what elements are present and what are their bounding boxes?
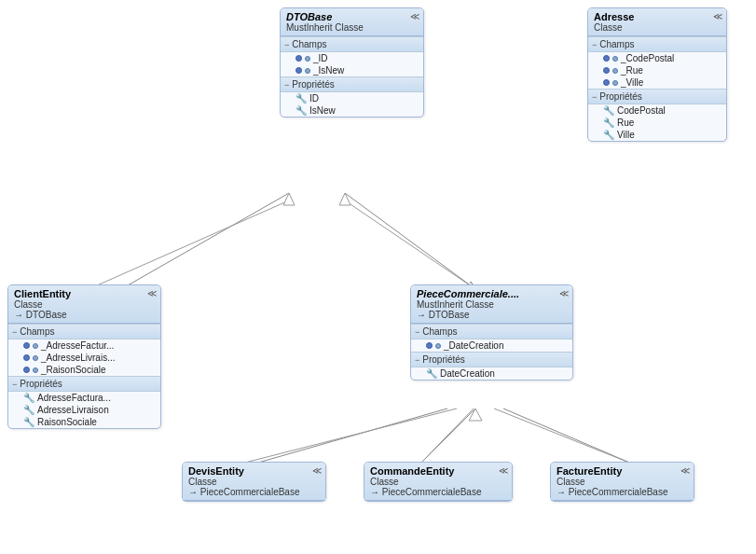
wrench-icon-isnew: 🔧	[296, 105, 307, 116]
wrench-icon-adresse-rue: 🔧	[603, 118, 614, 128]
field-circle-small-id	[305, 56, 310, 62]
piececommerciale-prop-datecreation: 🔧 DateCreation	[411, 367, 572, 380]
dtobase-expand-icon[interactable]: ≪	[410, 11, 419, 21]
cliententity-type: Classe	[14, 299, 142, 310]
devisentity-expand-icon[interactable]: ≪	[312, 465, 322, 476]
wrench-icon-id: 🔧	[296, 93, 307, 104]
dtobase-field-id: _ID	[281, 52, 423, 64]
field-circle-id	[296, 55, 302, 62]
field-circle-cp	[603, 55, 610, 62]
cliententity-props-section: − Propriétés 🔧 AdresseFactura... 🔧 Adres…	[8, 376, 160, 428]
class-dtobase: DTOBase MustInherit Classe ≪ − Champs _I…	[280, 7, 424, 118]
piececommerciale-props-section: − Propriétés 🔧 DateCreation	[411, 352, 572, 380]
field-circle-ville	[603, 79, 610, 86]
piececommerciale-field-dc-label: _DateCreation	[444, 340, 503, 351]
piececommerciale-name: PieceCommerciale....	[417, 288, 554, 299]
piececommerciale-props-header: − Propriétés	[411, 353, 572, 367]
adresse-field-ville: _Ville	[588, 76, 726, 89]
adresse-field-ville-label: _Ville	[621, 77, 643, 88]
adresse-fields-header: − Champs	[588, 37, 726, 52]
piececommerciale-prop-dc-label: DateCreation	[440, 368, 495, 379]
dtobase-props-label: Propriétés	[292, 79, 335, 90]
cliententity-name: ClientEntity	[14, 288, 142, 299]
dtobase-fields-label: Champs	[292, 39, 326, 49]
cliententity-field-af-label: _AdresseFactur...	[41, 340, 114, 351]
piececommerciale-props-toggle[interactable]: −	[415, 355, 419, 365]
adresse-expand-icon[interactable]: ≪	[713, 11, 722, 21]
cliententity-prop-al: 🔧 AdresseLivraison	[8, 404, 160, 416]
field-circle-small-isnew	[305, 68, 310, 74]
class-cliententity: ClientEntity Classe → DTOBase ≪ − Champs…	[7, 284, 161, 429]
commandeentity-header: CommandeEntity Classe → PieceCommerciale…	[364, 463, 512, 501]
cliententity-prop-af-label: AdresseFactura...	[37, 393, 111, 403]
wrench-ce-af: 🔧	[23, 393, 34, 403]
devisentity-parent: → PieceCommercialeBase	[188, 487, 307, 497]
dtobase-name: DTOBase	[286, 11, 405, 22]
cliententity-prop-af: 🔧 AdresseFactura...	[8, 392, 160, 404]
class-factureentity: FactureEntity Classe → PieceCommercialeB…	[550, 462, 694, 502]
dtobase-props-header: − Propriétés	[281, 77, 423, 92]
field-circle-rue	[603, 67, 610, 74]
dtobase-prop-id-label: ID	[309, 93, 319, 104]
cliententity-parent: → DTOBase	[14, 310, 142, 320]
dtobase-type: MustInherit Classe	[286, 22, 405, 33]
wrench-pc-dc: 🔧	[426, 368, 437, 379]
devisentity-name: DevisEntity	[188, 465, 307, 477]
cliententity-prop-rs-label: RaisonSociale	[37, 417, 97, 427]
adresse-props-toggle[interactable]: −	[592, 92, 597, 102]
adresse-header: Adresse Classe ≪	[588, 8, 726, 36]
commandeentity-expand-icon[interactable]: ≪	[499, 465, 508, 476]
fc3	[23, 367, 30, 373]
dtobase-fields-toggle[interactable]: −	[284, 40, 289, 49]
cliententity-props-header: − Propriétés	[8, 377, 160, 392]
svg-line-1	[121, 193, 289, 289]
fc1s	[33, 343, 38, 349]
dtobase-fields-header: − Champs	[281, 37, 423, 52]
cliententity-props-toggle[interactable]: −	[12, 380, 17, 389]
dtobase-props-section: − Propriétés 🔧 ID 🔧 IsNew	[281, 76, 423, 117]
cliententity-fields-toggle[interactable]: −	[12, 327, 17, 337]
cliententity-field-raison: _RaisonSociale	[8, 364, 160, 376]
dtobase-prop-isnew-label: IsNew	[309, 105, 336, 116]
commandeentity-parent: → PieceCommercialeBase	[370, 487, 493, 497]
piececommerciale-fields-toggle[interactable]: −	[415, 327, 419, 337]
adresse-props-section: − Propriétés 🔧 CodePostal 🔧 Rue 🔧 Ville	[588, 89, 726, 141]
svg-marker-7	[469, 409, 482, 421]
factureentity-parent: → PieceCommercialeBase	[557, 487, 675, 497]
class-commandeentity: CommandeEntity Classe → PieceCommerciale…	[364, 462, 513, 502]
svg-line-2	[252, 409, 447, 464]
adresse-prop-rue: 🔧 Rue	[588, 117, 726, 129]
cliententity-expand-icon[interactable]: ≪	[147, 288, 157, 298]
fc3s	[33, 367, 38, 373]
dtobase-props-toggle[interactable]: −	[284, 80, 289, 90]
piececommerciale-fields-label: Champs	[422, 326, 457, 337]
dtobase-fields-section: − Champs _ID _IsNew	[281, 36, 423, 76]
wrench-icon-adresse-cp: 🔧	[603, 105, 614, 116]
cliententity-field-al-label: _AdresseLivrais...	[41, 353, 115, 363]
svg-marker-5	[339, 193, 351, 205]
adresse-props-header: − Propriétés	[588, 90, 726, 104]
field-circle-small-ville	[612, 80, 618, 86]
adresse-name: Adresse	[594, 11, 708, 22]
piececommerciale-expand-icon[interactable]: ≪	[559, 288, 569, 298]
cliententity-field-adresslivr: _AdresseLivrais...	[8, 352, 160, 364]
adresse-prop-codepostal: 🔧 CodePostal	[588, 104, 726, 117]
adresse-fields-toggle[interactable]: −	[592, 40, 597, 49]
class-devisentity: DevisEntity Classe → PieceCommercialeBas…	[182, 462, 326, 502]
dtobase-prop-id: 🔧 ID	[281, 92, 423, 104]
piececommerciale-type: MustInherit Classe	[417, 299, 554, 310]
adresse-prop-cp-label: CodePostal	[617, 105, 666, 116]
piececommerciale-props-label: Propriétés	[422, 354, 465, 365]
devisentity-type: Classe	[188, 477, 307, 487]
dtobase-header: DTOBase MustInherit Classe ≪	[281, 8, 423, 36]
svg-line-3	[419, 409, 475, 464]
factureentity-expand-icon[interactable]: ≪	[680, 465, 690, 476]
field-circle-isnew	[296, 67, 302, 74]
cliententity-fields-header: − Champs	[8, 325, 160, 339]
commandeentity-name: CommandeEntity	[370, 465, 493, 477]
diagram-container: DTOBase MustInherit Classe ≪ − Champs _I…	[0, 0, 756, 554]
factureentity-header: FactureEntity Classe → PieceCommercialeB…	[551, 463, 694, 501]
adresse-prop-rue-label: Rue	[617, 118, 634, 128]
commandeentity-type: Classe	[370, 477, 493, 487]
wrench-ce-rs: 🔧	[23, 417, 34, 427]
